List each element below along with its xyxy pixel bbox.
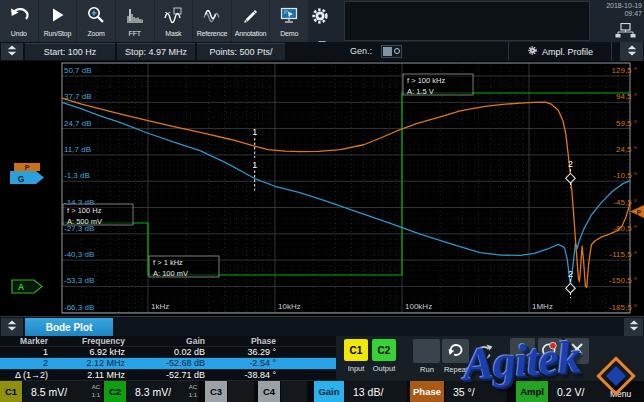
chevron-down-icon[interactable]	[317, 32, 327, 38]
datetime-display: 2018-10-19 09:47	[584, 2, 642, 18]
time-label: 09:47	[584, 10, 642, 18]
menu-button[interactable]: Menu	[610, 389, 642, 399]
demo-button[interactable]: Demo	[270, 0, 308, 42]
bode-plot-area: 50,7 dB37,7 dB24,7 dB11,7 dB-1,3 dB-14,3…	[0, 61, 644, 316]
table-row[interactable]: Δ (1→2) 2.11 MHz -52.71 dB -38.84 °	[0, 370, 336, 381]
svg-text:1kHz: 1kHz	[151, 302, 169, 311]
svg-text:2: 2	[568, 159, 573, 169]
undo-button[interactable]: Undo	[0, 0, 38, 42]
fft-label: FFT	[129, 30, 141, 37]
annotation-button[interactable]: Annotation	[232, 0, 270, 42]
up-down-arrows-icon	[625, 43, 639, 61]
toolbar-inset-panel	[344, 1, 590, 41]
settings-button[interactable]	[510, 338, 535, 364]
channel-c4-scale[interactable]	[281, 381, 307, 402]
reference-button[interactable]: Reference	[193, 0, 231, 42]
svg-text:1: 1	[252, 160, 257, 170]
zoom-button[interactable]: Zoom	[77, 0, 115, 42]
toggle-off-icon	[394, 48, 400, 54]
svg-text:24,7 dB: 24,7 dB	[64, 119, 92, 128]
svg-text:f > 1 kHz: f > 1 kHz	[153, 258, 183, 267]
svg-text:-115,5 °: -115,5 °	[609, 250, 637, 259]
c2-scale-value: 8.3 mV/	[135, 386, 171, 398]
cell-gain: 0.02 dB	[127, 347, 207, 357]
svg-text:11,7 dB: 11,7 dB	[64, 145, 91, 154]
phase-scale[interactable]: 35 °/	[445, 381, 507, 402]
stop-frequency-field[interactable]: Stop: 4.97 MHz	[117, 43, 195, 60]
svg-text:-66,3 dB: -66,3 dB	[64, 303, 94, 312]
undo-label: Undo	[11, 30, 27, 37]
svg-text:A: 100 mV: A: 100 mV	[153, 269, 188, 278]
cell-marker: 1	[0, 347, 50, 357]
table-header-row: Marker Frequency Gain Phase	[0, 336, 336, 347]
ampl-scale[interactable]: 0.2 V/	[549, 381, 611, 402]
table-row[interactable]: 1 6.92 kHz 0.02 dB 36.29 °	[0, 347, 336, 358]
cell-phase: -2.54 °	[207, 358, 278, 368]
channel-c3-scale[interactable]	[228, 381, 254, 402]
channel-c3-tag[interactable]: C3	[205, 381, 227, 402]
svg-text:-45,5 °: -45,5 °	[613, 198, 637, 207]
play-icon	[46, 5, 68, 29]
svg-text:1MHz: 1MHz	[532, 302, 553, 311]
bode-plot-canvas[interactable]: 50,7 dB37,7 dB24,7 dB11,7 dB-1,3 dB-14,3…	[0, 61, 644, 316]
header-phase: Phase	[207, 336, 278, 346]
gen-label: Gen.:	[350, 46, 372, 56]
ampl-profile-button[interactable]: Ampl. Profile	[508, 42, 612, 61]
tab-spinner-left[interactable]	[1, 318, 23, 336]
annotation-label: Annotation	[235, 30, 266, 37]
gain-scale[interactable]: 13 dB/	[345, 381, 407, 402]
svg-text:10kHz: 10kHz	[278, 302, 301, 311]
svg-text:-53,3 dB: -53,3 dB	[64, 276, 94, 285]
ampl-tag[interactable]: Ampl	[516, 381, 548, 402]
close-button[interactable]	[564, 338, 589, 364]
svg-text:59,5 °: 59,5 °	[616, 119, 637, 128]
date-label: 2018-10-19	[584, 2, 642, 10]
tab-bode-plot[interactable]: Bode Plot	[25, 318, 113, 337]
cell-phase: 36.29 °	[207, 347, 278, 357]
gain-tag[interactable]: Gain	[314, 381, 344, 402]
channel-c2-scale[interactable]: 8.3 mV/ AC1:1	[127, 381, 199, 402]
mask-button[interactable]: Mask	[155, 0, 193, 42]
svg-text:f > 100 Hz: f > 100 Hz	[67, 206, 102, 215]
run-stop-button[interactable]: Run/Stop	[39, 0, 77, 42]
up-down-arrows-icon	[5, 43, 19, 61]
toolbar-settings-button[interactable]	[310, 6, 334, 30]
output-channel-button[interactable]: C2	[372, 339, 396, 361]
channel-c4-tag[interactable]: C4	[258, 381, 280, 402]
points-field[interactable]: Points: 500 Pts/	[197, 43, 285, 60]
channel-c2-tag[interactable]: C2	[104, 381, 126, 402]
refresh-icon[interactable]	[472, 341, 494, 363]
channel-c1-scale[interactable]: 8.5 mV/ AC1:1	[23, 381, 102, 402]
svg-text:P: P	[637, 209, 642, 216]
svg-text:-10,5 °: -10,5 °	[613, 171, 637, 180]
up-down-arrows-icon	[627, 318, 641, 336]
magnifier-icon	[85, 5, 107, 29]
record-icon	[540, 338, 560, 364]
close-icon	[567, 339, 587, 363]
toolbar-buttons: Undo Run/Stop Zoom FFT Mask Reference	[0, 0, 309, 42]
svg-text:-1,3 dB: -1,3 dB	[64, 171, 90, 180]
input-channel-button[interactable]: C1	[344, 339, 368, 361]
start-frequency-field[interactable]: Start: 100 Hz	[25, 43, 115, 60]
right-spinner-button[interactable]	[620, 42, 643, 61]
run-button[interactable]	[413, 339, 440, 363]
svg-text:94,5 °: 94,5 °	[616, 92, 637, 101]
table-row-selected[interactable]: 2 2.12 MHz -52.68 dB -2.54 °	[0, 358, 336, 369]
svg-text:f > 100 kHz: f > 100 kHz	[407, 76, 445, 85]
left-spinner-button[interactable]	[1, 43, 23, 60]
io-controls-panel: C1 Input C2 Output Run Repeat	[336, 336, 644, 381]
record-button[interactable]	[538, 338, 562, 364]
fft-button[interactable]: FFT	[116, 0, 154, 42]
phase-tag[interactable]: Phase	[410, 381, 444, 402]
channel-c1-tag[interactable]: C1	[0, 381, 22, 402]
output-label: Output	[366, 364, 402, 373]
svg-text:A: A	[18, 282, 24, 292]
c1-scale-value: 8.5 mV/	[31, 386, 67, 398]
repeat-button[interactable]	[442, 339, 469, 363]
svg-text:G: G	[18, 174, 25, 184]
mask-icon	[162, 5, 184, 29]
gen-toggle[interactable]	[381, 45, 402, 58]
undo-icon	[8, 5, 30, 29]
tab-spinner-right[interactable]	[624, 318, 643, 336]
header-marker: Marker	[0, 336, 50, 346]
